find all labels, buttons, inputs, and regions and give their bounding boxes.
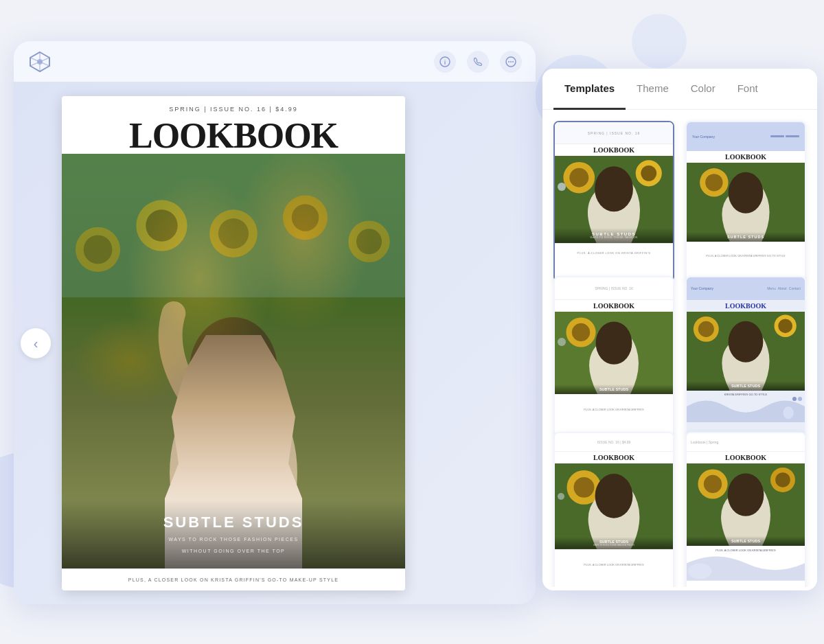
svg-point-50 [775,473,790,488]
svg-point-12 [146,209,177,241]
svg-point-34 [596,321,632,364]
magazine-footer: PLUS, A CLOSER LOOK ON KRISTA GRIFFIN'S … [62,568,405,590]
tab-templates[interactable]: Templates [553,69,626,110]
svg-point-20 [190,317,277,421]
magazine-desc-line1: WAYS TO ROCK THOSE FASHION PIECES [76,536,391,543]
nav-left-arrow[interactable]: ‹ [21,328,51,358]
svg-point-18 [356,229,382,254]
svg-point-51 [728,474,764,516]
svg-point-6 [512,61,514,62]
tab-theme[interactable]: Theme [626,69,680,110]
template-card-4[interactable]: Your Company Menu About Contact LOOKBOOK [685,276,806,437]
magazine-issue-line: SPRING | ISSUE NO. 16 | $4.99 [62,96,405,118]
svg-point-25 [641,165,656,181]
svg-point-48 [704,475,722,493]
svg-point-45 [595,474,633,518]
template-card-2[interactable]: Your Company LOOKBOOK [685,121,806,282]
svg-point-30 [729,172,764,213]
template-card-3[interactable]: SPRING | ISSUE NO. 16 LOOKBOOK SUBTLE ST… [553,276,674,437]
panel-tabs: Templates Theme Color Font [542,69,817,110]
more-button[interactable] [500,51,522,73]
svg-point-16 [292,204,319,231]
svg-point-5 [510,61,512,62]
svg-text:i: i [444,59,446,66]
phone-button[interactable] [467,51,489,73]
svg-point-10 [84,235,113,264]
magazine-overlay: SUBTLE STUDS WAYS TO ROCK THOSE FASHION … [62,500,405,568]
logo [27,49,52,74]
templates-grid: SPRING | ISSUE NO. 16 LOOKBOOK SUBTLE ST… [542,110,817,587]
magazine-title: LOOKBOOK [62,118,405,154]
svg-point-33 [572,323,590,341]
template-card-6[interactable]: Lookbook | Spring LOOKBOOK SUBTLE STUD [685,432,806,587]
svg-point-23 [569,168,588,187]
svg-point-29 [705,174,722,191]
svg-point-14 [218,218,249,249]
svg-point-44 [573,477,594,498]
svg-point-39 [778,319,792,333]
magazine-subtitle: SUBTLE STUDS [76,514,391,531]
svg-point-41 [783,406,793,419]
svg-point-26 [595,167,633,212]
svg-point-0 [37,59,43,65]
tab-font[interactable]: Font [726,69,769,110]
svg-point-37 [698,321,714,336]
toolbar: i [14,41,536,82]
bg-decoration-right2 [632,14,687,69]
main-content: ‹ SPRING | ISSUE NO. 16 | $4.99 LOOKBOOK [14,82,536,604]
template-card-1[interactable]: SPRING | ISSUE NO. 16 LOOKBOOK SUBTLE ST… [553,121,674,282]
info-button[interactable]: i [434,51,456,73]
magazine-image: SUBTLE STUDS WAYS TO ROCK THOSE FASHION … [62,154,405,568]
tab-color[interactable]: Color [680,69,726,110]
svg-point-40 [729,321,764,362]
svg-point-52 [688,564,711,579]
magazine-desc-line2: WITHOUT GOING OVER THE TOP [76,547,391,555]
app-window: i ‹ SPRING | ISSUE NO. 16 | $4.99 [14,41,536,604]
template-card-5[interactable]: ISSUE NO. 16 | $4.99 LOOKBOOK SUBTLE STU… [553,432,674,587]
svg-point-4 [508,61,510,62]
magazine-preview: SPRING | ISSUE NO. 16 | $4.99 LOOKBOOK [62,96,405,590]
templates-panel: Templates Theme Color Font SPRING | ISSU… [542,69,817,590]
